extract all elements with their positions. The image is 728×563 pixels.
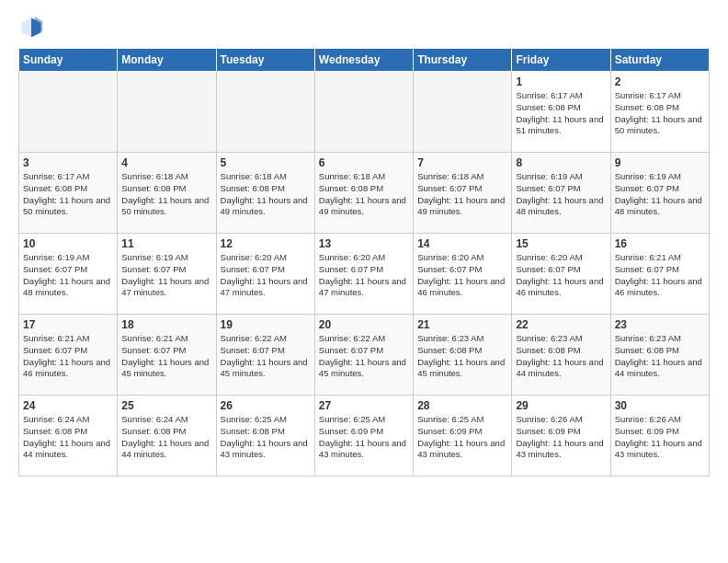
day-detail: Sunrise: 6:26 AMSunset: 6:09 PMDaylight:… [615,414,705,461]
day-number: 21 [417,318,507,331]
day-detail: Sunrise: 6:21 AMSunset: 6:07 PMDaylight:… [615,252,705,299]
day-number: 27 [319,399,409,412]
header-saturday: Saturday [610,49,709,72]
calendar-cell: 10Sunrise: 6:19 AMSunset: 6:07 PMDayligh… [19,234,118,315]
calendar-cell: 7Sunrise: 6:18 AMSunset: 6:07 PMDaylight… [414,153,512,234]
header [18,15,710,40]
calendar-cell: 13Sunrise: 6:20 AMSunset: 6:07 PMDayligh… [314,234,413,315]
calendar-cell: 3Sunrise: 6:17 AMSunset: 6:08 PMDaylight… [19,153,118,234]
day-number: 7 [417,156,507,169]
header-monday: Monday [118,49,216,72]
calendar-cell: 26Sunrise: 6:25 AMSunset: 6:08 PMDayligh… [216,396,314,477]
day-number: 6 [319,156,409,169]
day-number: 13 [319,237,409,250]
day-number: 9 [615,156,705,169]
day-number: 22 [516,318,606,331]
day-detail: Sunrise: 6:20 AMSunset: 6:07 PMDaylight:… [319,252,409,299]
calendar-cell: 9Sunrise: 6:19 AMSunset: 6:07 PMDaylight… [610,153,709,234]
day-detail: Sunrise: 6:22 AMSunset: 6:07 PMDaylight:… [221,333,311,380]
day-detail: Sunrise: 6:20 AMSunset: 6:07 PMDaylight:… [221,252,311,299]
day-number: 26 [221,399,311,412]
calendar-cell: 2Sunrise: 6:17 AMSunset: 6:08 PMDaylight… [610,72,709,153]
day-detail: Sunrise: 6:23 AMSunset: 6:08 PMDaylight:… [615,333,705,380]
day-detail: Sunrise: 6:25 AMSunset: 6:08 PMDaylight:… [221,414,311,461]
calendar-cell: 19Sunrise: 6:22 AMSunset: 6:07 PMDayligh… [216,315,314,396]
day-number: 14 [417,237,507,250]
day-detail: Sunrise: 6:18 AMSunset: 6:08 PMDaylight:… [121,171,211,218]
day-number: 19 [221,318,311,331]
calendar-cell: 6Sunrise: 6:18 AMSunset: 6:08 PMDaylight… [314,153,413,234]
day-detail: Sunrise: 6:24 AMSunset: 6:08 PMDaylight:… [23,414,113,461]
calendar-cell: 11Sunrise: 6:19 AMSunset: 6:07 PMDayligh… [118,234,216,315]
day-number: 24 [23,399,113,412]
header-thursday: Thursday [414,49,512,72]
day-detail: Sunrise: 6:21 AMSunset: 6:07 PMDaylight:… [23,333,113,380]
calendar-cell: 23Sunrise: 6:23 AMSunset: 6:08 PMDayligh… [610,315,709,396]
day-detail: Sunrise: 6:19 AMSunset: 6:07 PMDaylight:… [23,252,113,299]
day-number: 11 [121,237,211,250]
day-number: 4 [121,156,211,169]
calendar-week-3: 10Sunrise: 6:19 AMSunset: 6:07 PMDayligh… [19,234,710,315]
day-number: 1 [516,75,606,88]
calendar-cell: 30Sunrise: 6:26 AMSunset: 6:09 PMDayligh… [610,396,709,477]
calendar-cell: 28Sunrise: 6:25 AMSunset: 6:09 PMDayligh… [414,396,512,477]
day-detail: Sunrise: 6:17 AMSunset: 6:08 PMDaylight:… [516,90,606,137]
day-number: 25 [121,399,211,412]
calendar-cell [314,72,413,153]
calendar-cell: 20Sunrise: 6:22 AMSunset: 6:07 PMDayligh… [314,315,413,396]
day-number: 16 [615,237,705,250]
day-detail: Sunrise: 6:23 AMSunset: 6:08 PMDaylight:… [417,333,507,380]
calendar-cell: 18Sunrise: 6:21 AMSunset: 6:07 PMDayligh… [118,315,216,396]
day-detail: Sunrise: 6:25 AMSunset: 6:09 PMDaylight:… [417,414,507,461]
day-number: 28 [417,399,507,412]
calendar-cell: 8Sunrise: 6:19 AMSunset: 6:07 PMDaylight… [512,153,610,234]
calendar-cell: 17Sunrise: 6:21 AMSunset: 6:07 PMDayligh… [19,315,118,396]
day-number: 8 [516,156,606,169]
calendar-week-4: 17Sunrise: 6:21 AMSunset: 6:07 PMDayligh… [19,315,710,396]
calendar-cell [19,72,118,153]
day-detail: Sunrise: 6:18 AMSunset: 6:08 PMDaylight:… [221,171,311,218]
calendar-cell: 12Sunrise: 6:20 AMSunset: 6:07 PMDayligh… [216,234,314,315]
header-friday: Friday [512,49,610,72]
calendar-cell [216,72,314,153]
day-number: 15 [516,237,606,250]
day-number: 10 [23,237,113,250]
day-detail: Sunrise: 6:19 AMSunset: 6:07 PMDaylight:… [516,171,606,218]
day-number: 5 [221,156,311,169]
calendar: SundayMondayTuesdayWednesdayThursdayFrid… [18,48,710,477]
day-number: 17 [23,318,113,331]
calendar-cell: 15Sunrise: 6:20 AMSunset: 6:07 PMDayligh… [512,234,610,315]
day-detail: Sunrise: 6:19 AMSunset: 6:07 PMDaylight:… [121,252,211,299]
calendar-week-1: 1Sunrise: 6:17 AMSunset: 6:08 PMDaylight… [19,72,710,153]
day-number: 18 [121,318,211,331]
header-wednesday: Wednesday [314,49,413,72]
calendar-cell: 16Sunrise: 6:21 AMSunset: 6:07 PMDayligh… [610,234,709,315]
page: SundayMondayTuesdayWednesdayThursdayFrid… [0,0,728,491]
calendar-cell: 24Sunrise: 6:24 AMSunset: 6:08 PMDayligh… [19,396,118,477]
calendar-header-row: SundayMondayTuesdayWednesdayThursdayFrid… [19,49,710,72]
day-detail: Sunrise: 6:20 AMSunset: 6:07 PMDaylight:… [516,252,606,299]
day-detail: Sunrise: 6:17 AMSunset: 6:08 PMDaylight:… [23,171,113,218]
header-sunday: Sunday [19,49,118,72]
day-detail: Sunrise: 6:21 AMSunset: 6:07 PMDaylight:… [121,333,211,380]
day-number: 12 [221,237,311,250]
day-detail: Sunrise: 6:20 AMSunset: 6:07 PMDaylight:… [417,252,507,299]
day-detail: Sunrise: 6:26 AMSunset: 6:09 PMDaylight:… [516,414,606,461]
day-detail: Sunrise: 6:23 AMSunset: 6:08 PMDaylight:… [516,333,606,380]
calendar-cell: 29Sunrise: 6:26 AMSunset: 6:09 PMDayligh… [512,396,610,477]
day-detail: Sunrise: 6:22 AMSunset: 6:07 PMDaylight:… [319,333,409,380]
calendar-cell [118,72,216,153]
calendar-cell: 21Sunrise: 6:23 AMSunset: 6:08 PMDayligh… [414,315,512,396]
day-number: 23 [615,318,705,331]
day-detail: Sunrise: 6:25 AMSunset: 6:09 PMDaylight:… [319,414,409,461]
day-detail: Sunrise: 6:18 AMSunset: 6:08 PMDaylight:… [319,171,409,218]
logo [18,15,48,40]
calendar-cell: 1Sunrise: 6:17 AMSunset: 6:08 PMDaylight… [512,72,610,153]
day-number: 3 [23,156,113,169]
calendar-week-5: 24Sunrise: 6:24 AMSunset: 6:08 PMDayligh… [19,396,710,477]
calendar-cell [414,72,512,153]
calendar-cell: 27Sunrise: 6:25 AMSunset: 6:09 PMDayligh… [314,396,413,477]
calendar-cell: 14Sunrise: 6:20 AMSunset: 6:07 PMDayligh… [414,234,512,315]
calendar-cell: 22Sunrise: 6:23 AMSunset: 6:08 PMDayligh… [512,315,610,396]
logo-icon [18,15,44,40]
